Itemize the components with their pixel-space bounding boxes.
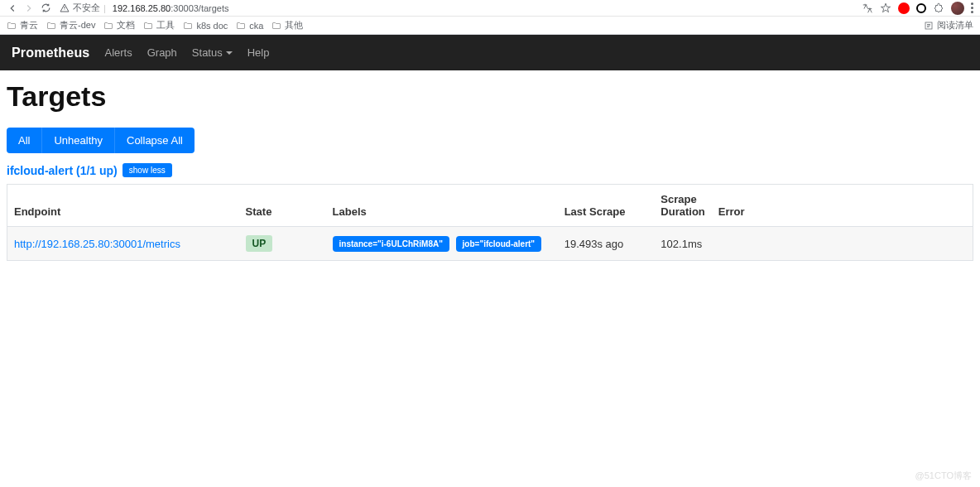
folder-icon bbox=[271, 21, 281, 31]
label-badge: instance="i-6ULChRiM8A" bbox=[333, 236, 449, 252]
filter-button-group: All Unhealthy Collapse All bbox=[7, 128, 973, 153]
star-icon[interactable] bbox=[880, 2, 891, 14]
labels-cell: instance="i-6ULChRiM8A" job="ifcloud-ale… bbox=[326, 227, 558, 261]
back-button[interactable] bbox=[7, 2, 18, 14]
bookmark-item[interactable]: 其他 bbox=[271, 19, 303, 31]
unhealthy-button[interactable]: Unhealthy bbox=[42, 128, 115, 153]
bookmark-item[interactable]: 青云-dev bbox=[46, 19, 95, 31]
extension-black-icon[interactable] bbox=[916, 3, 926, 13]
folder-icon bbox=[46, 21, 56, 31]
folder-icon bbox=[103, 21, 113, 31]
bookmark-item[interactable]: 工具 bbox=[143, 19, 175, 31]
error-cell bbox=[712, 227, 973, 261]
list-icon bbox=[924, 21, 934, 31]
translate-icon[interactable] bbox=[862, 2, 873, 14]
bookmark-item[interactable]: cka bbox=[236, 21, 263, 31]
nav-status[interactable]: Status bbox=[192, 46, 233, 59]
all-button[interactable]: All bbox=[7, 128, 42, 153]
bookmark-item[interactable]: 青云 bbox=[7, 19, 38, 31]
browser-menu-icon[interactable] bbox=[971, 2, 973, 13]
th-labels: Labels bbox=[326, 185, 558, 227]
reload-button[interactable] bbox=[40, 2, 51, 14]
th-error: Error bbox=[712, 185, 973, 227]
navbar: Prometheus Alerts Graph Status Help bbox=[0, 35, 980, 70]
th-scrape-duration: Scrape Duration bbox=[654, 185, 711, 227]
bookmarks-bar: 青云 青云-dev 文档 工具 k8s doc cka 其他 阅读清单 bbox=[0, 17, 980, 35]
browser-toolbar: 不安全 | 192.168.25.80:30003/targets bbox=[0, 0, 980, 17]
label-badge: job="ifcloud-alert" bbox=[456, 236, 542, 252]
endpoint-link[interactable]: http://192.168.25.80:30001/metrics bbox=[14, 238, 180, 250]
page-title: Targets bbox=[7, 80, 973, 113]
folder-icon bbox=[143, 21, 153, 31]
nav-alerts[interactable]: Alerts bbox=[104, 46, 132, 59]
targets-table: Endpoint State Labels Last Scrape Scrape… bbox=[7, 184, 973, 261]
target-group-header: ifcloud-alert (1/1 up) show less bbox=[7, 163, 973, 177]
bookmark-item[interactable]: k8s doc bbox=[183, 21, 228, 31]
duration-cell: 102.1ms bbox=[654, 227, 711, 261]
state-badge: UP bbox=[246, 235, 273, 252]
folder-icon bbox=[7, 21, 17, 31]
collapse-all-button[interactable]: Collapse All bbox=[115, 128, 195, 153]
url-bar[interactable]: 192.168.25.80:30003/targets bbox=[113, 3, 229, 13]
th-endpoint: Endpoint bbox=[7, 185, 239, 227]
warning-icon bbox=[60, 3, 70, 13]
brand[interactable]: Prometheus bbox=[12, 46, 89, 60]
bookmark-item[interactable]: 文档 bbox=[103, 19, 135, 31]
folder-icon bbox=[183, 21, 193, 31]
last-scrape-cell: 19.493s ago bbox=[558, 227, 655, 261]
page-content: Targets All Unhealthy Collapse All ifclo… bbox=[0, 70, 980, 268]
table-row: http://192.168.25.80:30001/metrics UP in… bbox=[7, 227, 973, 261]
target-group-title[interactable]: ifcloud-alert (1/1 up) bbox=[7, 164, 118, 177]
show-less-button[interactable]: show less bbox=[122, 163, 172, 177]
folder-icon bbox=[236, 21, 246, 31]
caret-down-icon bbox=[226, 51, 233, 55]
security-text: 不安全 bbox=[73, 2, 100, 14]
reading-list-button[interactable]: 阅读清单 bbox=[924, 19, 973, 31]
forward-button[interactable] bbox=[23, 2, 35, 14]
nav-graph[interactable]: Graph bbox=[147, 46, 177, 59]
th-state: State bbox=[239, 185, 326, 227]
security-indicator[interactable]: 不安全 | bbox=[60, 2, 106, 14]
th-last-scrape: Last Scrape bbox=[558, 185, 655, 227]
profile-avatar[interactable] bbox=[951, 2, 964, 15]
extension-red-icon[interactable] bbox=[898, 2, 910, 14]
extensions-icon[interactable] bbox=[933, 2, 944, 14]
nav-help[interactable]: Help bbox=[247, 46, 270, 59]
